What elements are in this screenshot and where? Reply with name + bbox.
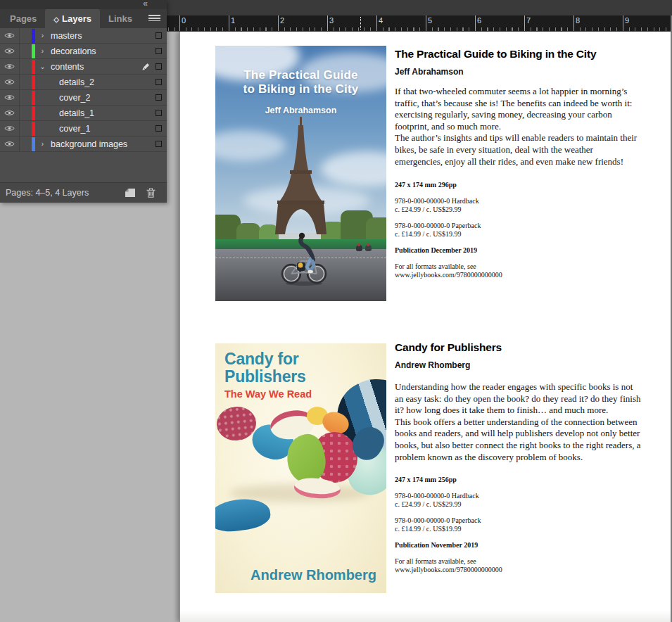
book-size: 247 x 174 mm 256pp xyxy=(395,476,457,484)
layer-target-square[interactable] xyxy=(156,79,162,85)
layer-row-contents[interactable]: ⌄ contents xyxy=(0,59,167,75)
paperback-price: c. £14.99 / c. US$19.99 xyxy=(395,230,461,239)
panel-menu-icon[interactable] xyxy=(148,15,160,23)
pen-edit-icon xyxy=(141,62,150,75)
ruler-number: 0 xyxy=(182,16,186,25)
cover-author: Andrew Rhomberg xyxy=(251,567,376,583)
layer-target-square[interactable] xyxy=(156,125,162,132)
layer-row-details-2[interactable]: details_2 xyxy=(0,75,167,90)
ruler-number: 4 xyxy=(379,16,383,25)
cyclist-illustration xyxy=(280,230,328,286)
visibility-toggle[interactable] xyxy=(0,106,20,120)
visibility-toggle[interactable] xyxy=(0,137,20,151)
candy-piece xyxy=(215,405,258,443)
visibility-toggle[interactable] xyxy=(0,90,20,105)
lock-toggle[interactable] xyxy=(20,90,32,105)
expand-arrow-icon[interactable]: › xyxy=(35,140,50,148)
layer-name[interactable]: background images xyxy=(51,139,127,149)
layer-row-masters[interactable]: › masters xyxy=(0,28,167,44)
layer-name[interactable]: masters xyxy=(51,31,82,41)
layers-panel: « Pages ◇Layers Links › masters › decora… xyxy=(0,0,167,203)
book-title: The Practical Guide to Biking in the Cit… xyxy=(395,48,655,61)
book-description: Understanding how the reader engages wit… xyxy=(395,381,642,463)
description-paragraph: If that two-wheeled commuter seems a lot… xyxy=(395,86,642,132)
layer-color-bar xyxy=(32,122,35,136)
layer-target-square[interactable] xyxy=(156,94,162,101)
ruler-number: 6 xyxy=(477,16,481,25)
document-page: The Practical Guide to Biking in the Cit… xyxy=(179,32,671,622)
layer-row-cover-2[interactable]: cover_2 xyxy=(0,90,167,106)
description-paragraph: Understanding how the reader engages wit… xyxy=(395,381,642,417)
candy-piece xyxy=(215,495,272,535)
lock-toggle[interactable] xyxy=(20,121,32,136)
tab-layers[interactable]: ◇Layers xyxy=(45,9,100,28)
book-cover-candy[interactable]: Candy for Publishers The Way We Read And… xyxy=(215,343,386,593)
hardback-isbn: 978-0-000-00000-0 Hardback xyxy=(395,492,479,500)
expand-arrow-icon[interactable]: › xyxy=(35,32,50,39)
cover-title: The Practical Guide to Biking in the Cit… xyxy=(215,68,386,96)
layer-name[interactable]: contents xyxy=(51,62,84,72)
tab-links[interactable]: Links xyxy=(100,9,141,28)
ruler-cursor-indicator xyxy=(360,17,361,30)
pages-layers-status: Pages: 4–5, 4 Layers xyxy=(6,188,125,198)
visibility-toggle[interactable] xyxy=(0,44,20,58)
panel-title-bar: « xyxy=(0,0,167,9)
layer-target-square[interactable] xyxy=(156,48,162,54)
layer-target-square[interactable] xyxy=(156,141,162,147)
visibility-toggle[interactable] xyxy=(0,28,20,43)
publication-date: Publication December 2019 xyxy=(395,246,477,255)
new-layer-button[interactable] xyxy=(125,189,135,197)
layer-target-square[interactable] xyxy=(156,63,162,70)
lock-toggle[interactable] xyxy=(20,28,32,43)
layer-row-cover-1[interactable]: cover_1 xyxy=(0,121,167,137)
layer-color-bar xyxy=(32,106,35,120)
visibility-toggle[interactable] xyxy=(0,121,20,136)
expand-arrow-icon[interactable]: › xyxy=(35,47,50,55)
ruler-number: 7 xyxy=(526,16,531,25)
lock-toggle[interactable] xyxy=(20,75,32,89)
lock-toggle[interactable] xyxy=(20,44,32,58)
new-layer-icon xyxy=(125,189,135,197)
ruler-number: 1 xyxy=(231,16,235,25)
description-paragraph: This book offers a better understanding … xyxy=(395,417,642,463)
description-paragraph: The author’s insights and tips will enab… xyxy=(395,132,642,167)
layer-color-bar xyxy=(32,91,35,105)
layer-row-decorations[interactable]: › decorations xyxy=(0,44,167,59)
layer-row-details-1[interactable]: details_1 xyxy=(0,106,167,121)
formats-url: www.jellybooks.com/9780000000000 xyxy=(395,271,502,279)
delete-layer-button[interactable] xyxy=(146,188,156,198)
lock-toggle[interactable] xyxy=(20,106,32,120)
formats-url: www.jellybooks.com/9780000000000 xyxy=(395,566,502,574)
book-author: Andrew Rhomberg xyxy=(395,360,470,370)
layer-name[interactable]: details_2 xyxy=(59,77,94,87)
visibility-toggle[interactable] xyxy=(0,75,20,89)
layer-target-square[interactable] xyxy=(156,32,162,39)
expand-arrow-icon[interactable]: ⌄ xyxy=(35,63,50,70)
eye-icon xyxy=(4,79,15,85)
layer-name[interactable]: decorations xyxy=(51,46,96,56)
book-title: Candy for Publishers xyxy=(395,341,655,354)
cover-subtitle: The Way We Read xyxy=(224,388,312,400)
book-cover-biking[interactable]: The Practical Guide to Biking in the Cit… xyxy=(215,46,386,301)
lock-toggle[interactable] xyxy=(20,59,32,74)
eye-icon xyxy=(4,48,15,54)
layer-name[interactable]: details_1 xyxy=(59,108,94,118)
visibility-toggle[interactable] xyxy=(0,59,20,74)
collapse-panel-icon[interactable]: « xyxy=(143,0,147,8)
hardback-price: c. £24.99 / c. US$29.99 xyxy=(395,500,461,509)
lock-toggle[interactable] xyxy=(20,137,32,151)
ruler-number: 3 xyxy=(329,16,334,25)
layer-name[interactable]: cover_2 xyxy=(59,93,90,103)
layer-list: › masters › decorations ⌄ contents detai xyxy=(0,28,167,152)
hardback-price: c. £24.99 / c. US$29.99 xyxy=(395,205,461,214)
eye-icon xyxy=(4,110,15,116)
ruler-number: 5 xyxy=(428,16,432,25)
layer-name[interactable]: cover_1 xyxy=(59,124,90,134)
ruler-number: 2 xyxy=(280,16,284,25)
ruler-number: 8 xyxy=(576,16,580,25)
book-size: 247 x 174 mm 296pp xyxy=(395,181,457,189)
layer-row-background-images[interactable]: › background images xyxy=(0,137,167,152)
tab-pages[interactable]: Pages xyxy=(1,9,45,28)
layer-target-square[interactable] xyxy=(156,110,162,116)
eye-icon xyxy=(4,94,15,101)
